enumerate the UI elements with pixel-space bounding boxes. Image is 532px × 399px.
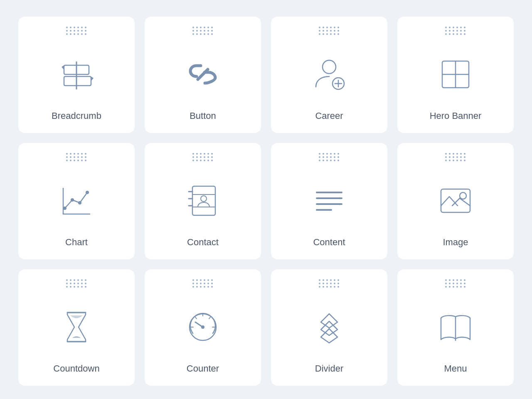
label-chart: Chart — [65, 237, 88, 248]
icon-countdown — [56, 296, 97, 358]
card-content[interactable]: Content — [271, 143, 387, 259]
svg-marker-2 — [62, 65, 64, 70]
card-menu[interactable]: Menu — [397, 269, 514, 386]
label-divider: Divider — [315, 363, 343, 374]
card-divider[interactable]: Divider — [271, 269, 387, 386]
svg-rect-3 — [64, 76, 91, 86]
svg-point-36 — [201, 325, 204, 329]
icon-divider — [308, 296, 350, 358]
label-contact: Contact — [187, 237, 219, 248]
icon-menu — [435, 296, 476, 358]
label-content: Content — [313, 237, 345, 248]
svg-point-22 — [201, 196, 207, 202]
svg-point-16 — [71, 198, 74, 202]
dots-menu — [445, 279, 466, 288]
icon-counter — [182, 296, 224, 358]
svg-point-18 — [86, 191, 89, 194]
card-contact[interactable]: Contact — [145, 143, 261, 259]
icon-contact — [182, 170, 224, 232]
svg-point-31 — [460, 192, 466, 199]
svg-line-5 — [198, 69, 208, 79]
dots-counter — [192, 279, 213, 288]
dots-contact — [192, 153, 213, 161]
card-counter[interactable]: Counter — [145, 269, 261, 386]
label-breadcrumb: Breadcrumb — [52, 111, 101, 121]
label-hero-banner: Hero Banner — [430, 111, 482, 121]
dots-chart — [66, 153, 87, 161]
label-career: Career — [315, 111, 343, 121]
card-chart[interactable]: Chart — [18, 143, 135, 259]
svg-point-17 — [78, 201, 81, 204]
svg-point-6 — [323, 60, 336, 74]
dots-divider — [319, 279, 340, 288]
label-menu: Menu — [444, 363, 467, 374]
dots-image — [445, 153, 466, 161]
icon-content — [308, 170, 350, 232]
label-image: Image — [443, 237, 468, 248]
label-button: Button — [190, 111, 216, 121]
icon-breadcrumb — [56, 43, 97, 106]
component-grid: Breadcrumb Button Career Hero Banner Cha… — [2, 0, 530, 399]
card-countdown[interactable]: Countdown — [18, 269, 135, 386]
label-countdown: Countdown — [53, 363, 99, 374]
card-hero-banner[interactable]: Hero Banner — [397, 17, 514, 133]
label-counter: Counter — [187, 363, 219, 374]
icon-button — [182, 43, 224, 106]
card-career[interactable]: Career — [271, 17, 387, 133]
card-button[interactable]: Button — [145, 17, 261, 133]
icon-career — [308, 43, 350, 106]
dots-countdown — [66, 279, 87, 288]
svg-marker-4 — [91, 76, 94, 81]
dots-content — [319, 153, 340, 161]
card-breadcrumb[interactable]: Breadcrumb — [18, 17, 135, 133]
svg-point-15 — [63, 207, 66, 210]
dots-button — [192, 27, 213, 35]
dots-breadcrumb — [66, 27, 87, 35]
dots-career — [319, 27, 340, 35]
card-image[interactable]: Image — [397, 143, 514, 259]
dots-hero-banner — [445, 27, 466, 35]
icon-image — [435, 170, 476, 232]
icon-chart — [56, 170, 97, 232]
icon-hero-banner — [435, 43, 476, 106]
svg-rect-19 — [192, 186, 215, 215]
svg-line-40 — [195, 317, 197, 319]
svg-line-41 — [209, 317, 210, 319]
